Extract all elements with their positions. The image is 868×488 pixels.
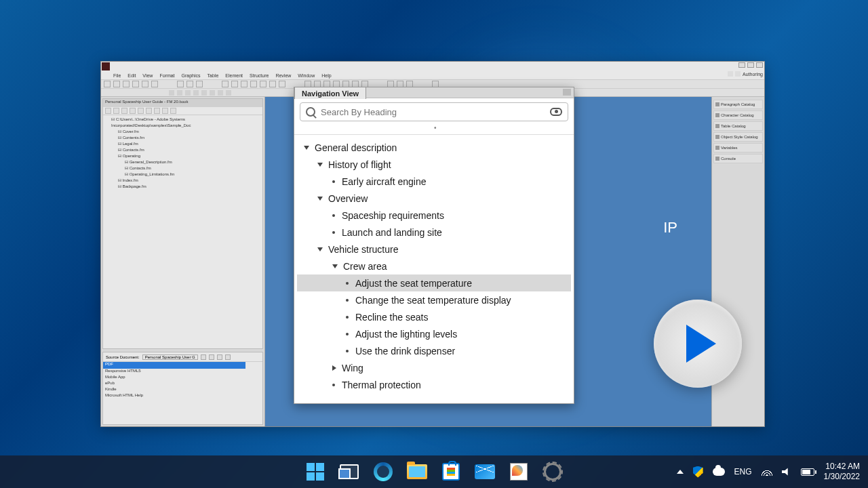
menu-edit[interactable]: Edit [127, 73, 136, 78]
book-tree-item[interactable]: ⊟ Operating_Limitations.fm [106, 171, 260, 178]
panel-button[interactable] [162, 108, 168, 114]
tool-button[interactable] [279, 81, 285, 87]
tool-button[interactable] [169, 90, 174, 96]
nav-search-field[interactable] [300, 102, 568, 121]
close-button[interactable] [756, 62, 763, 68]
output-item[interactable]: Responsive HTML5 [103, 369, 262, 375]
nav-heading-item[interactable]: Recline the seats [297, 308, 571, 325]
tool-button[interactable] [269, 81, 276, 87]
tray-chevron-icon[interactable] [677, 470, 684, 474]
nav-heading-item[interactable]: Adjust the lighting levels [297, 325, 571, 342]
tool-button[interactable] [151, 81, 158, 87]
book-tree-item[interactable]: ⊟ C:\Users\..\OneDrive - Adobe Systems I… [106, 117, 260, 129]
panel-button[interactable] [105, 108, 111, 114]
menu-format[interactable]: Format [159, 73, 174, 78]
nav-search-input[interactable] [321, 107, 550, 117]
caret-down-icon[interactable] [332, 264, 338, 268]
book-tree-item[interactable]: ⊟ Backpage.fm [106, 184, 260, 190]
menu-review[interactable]: Review [275, 73, 291, 78]
panel-button[interactable] [154, 108, 160, 114]
book-tree-item[interactable]: ⊟ Operating [106, 153, 260, 159]
file-explorer-icon[interactable] [403, 458, 431, 485]
menu-graphics[interactable]: Graphics [182, 73, 201, 78]
edge-browser-icon[interactable] [370, 458, 397, 485]
output-item[interactable]: Mobile App [103, 375, 262, 381]
tool-button[interactable] [241, 81, 248, 87]
book-tree-item[interactable]: ⊟ Contacts.fm [106, 165, 260, 171]
tool-button[interactable] [177, 90, 182, 96]
tool-button[interactable] [250, 81, 257, 87]
minimize-button[interactable] [738, 62, 745, 68]
nav-heading-item[interactable]: History of flight [297, 156, 571, 173]
tool-button[interactable] [218, 90, 223, 96]
wifi-icon[interactable] [762, 468, 772, 476]
tool-button[interactable] [222, 81, 229, 87]
search-icon[interactable] [728, 71, 733, 77]
nav-heading-item[interactable]: Overview [297, 190, 571, 207]
right-panel-item[interactable]: Object Style Catalog [713, 132, 763, 142]
clock[interactable]: 10:42 AM 1/30/2022 [824, 462, 860, 482]
tool-button[interactable] [123, 81, 130, 87]
caret-down-icon[interactable] [317, 197, 323, 201]
book-tree-item[interactable]: ⊟ Legal.fm [106, 141, 260, 147]
nav-heading-item[interactable]: Change the seat temperature display [297, 291, 571, 308]
nav-heading-item[interactable]: Crew area [297, 258, 571, 274]
caret-right-icon[interactable] [332, 365, 336, 371]
menu-window[interactable]: Window [298, 73, 315, 78]
output-item[interactable]: ePub [103, 381, 262, 387]
panel-button[interactable] [170, 108, 176, 114]
menu-view[interactable]: View [142, 73, 153, 78]
right-panel-item[interactable]: Table Catalog [713, 121, 763, 131]
panel-button[interactable] [217, 354, 222, 360]
nav-heading-item[interactable]: General description [297, 139, 571, 156]
task-view-button[interactable] [336, 458, 363, 485]
book-tree-item[interactable]: ⊟ Cover.fm [106, 129, 260, 135]
tool-button[interactable] [142, 81, 149, 87]
nav-heading-item[interactable]: Vehicle structure [297, 241, 571, 258]
book-tab[interactable]: Personal Spaceship User Guide - FM 20.bo… [103, 99, 262, 107]
caret-down-icon[interactable] [317, 163, 323, 167]
tool-button[interactable] [193, 90, 199, 96]
maximize-button[interactable] [747, 62, 754, 68]
eye-icon[interactable] [550, 108, 562, 116]
caret-down-icon[interactable] [317, 247, 323, 251]
tool-button[interactable] [185, 90, 191, 96]
nav-heading-item[interactable]: Use the drink dispenser [297, 342, 571, 359]
mail-icon[interactable] [471, 458, 498, 485]
tool-button[interactable] [186, 81, 193, 87]
navigation-view-tab[interactable]: Navigation View [294, 87, 366, 99]
titlebar[interactable] [101, 62, 764, 71]
mode-label[interactable]: Authoring [743, 72, 763, 77]
panel-button[interactable] [146, 108, 152, 114]
tool-button[interactable] [226, 90, 231, 96]
nav-heading-item[interactable]: Spaceship requirements [297, 207, 571, 224]
tool-button[interactable] [177, 81, 184, 87]
speaker-icon[interactable] [782, 467, 791, 476]
nav-heading-item[interactable]: Adjust the seat temperature [297, 274, 571, 291]
book-tree-item[interactable]: ⊟ General_Description.fm [106, 159, 260, 165]
source-doc-dropdown[interactable]: Personal Spaceship User G [142, 354, 198, 360]
right-panel-item[interactable]: Console [713, 154, 763, 163]
menu-element[interactable]: Element [225, 73, 243, 78]
workspace-icon[interactable] [735, 71, 741, 77]
panel-button[interactable] [138, 108, 144, 114]
security-icon[interactable] [693, 466, 703, 478]
play-button[interactable] [654, 300, 742, 388]
caret-down-icon[interactable] [304, 146, 309, 150]
tool-button[interactable] [113, 81, 120, 87]
microsoft-store-icon[interactable] [437, 458, 465, 485]
tool-button[interactable] [196, 81, 203, 87]
book-tree-item[interactable]: ⊟ Index.fm [106, 178, 260, 184]
paint-icon[interactable] [505, 458, 532, 485]
nav-heading-item[interactable]: Early aircraft engine [297, 173, 571, 190]
panel-button[interactable] [225, 354, 231, 360]
battery-icon[interactable] [801, 468, 814, 476]
nav-heading-item[interactable]: Thermal protection [297, 376, 571, 393]
panel-menu-icon[interactable] [563, 89, 571, 96]
tool-button[interactable] [104, 81, 111, 87]
book-tree-item[interactable]: ⊟ Contents.fm [106, 135, 260, 141]
tool-button[interactable] [210, 90, 215, 96]
menu-structure[interactable]: Structure [250, 73, 269, 78]
output-item-selected[interactable]: PDF [103, 362, 245, 369]
nav-heading-item[interactable]: Launch and landing site [297, 224, 571, 241]
